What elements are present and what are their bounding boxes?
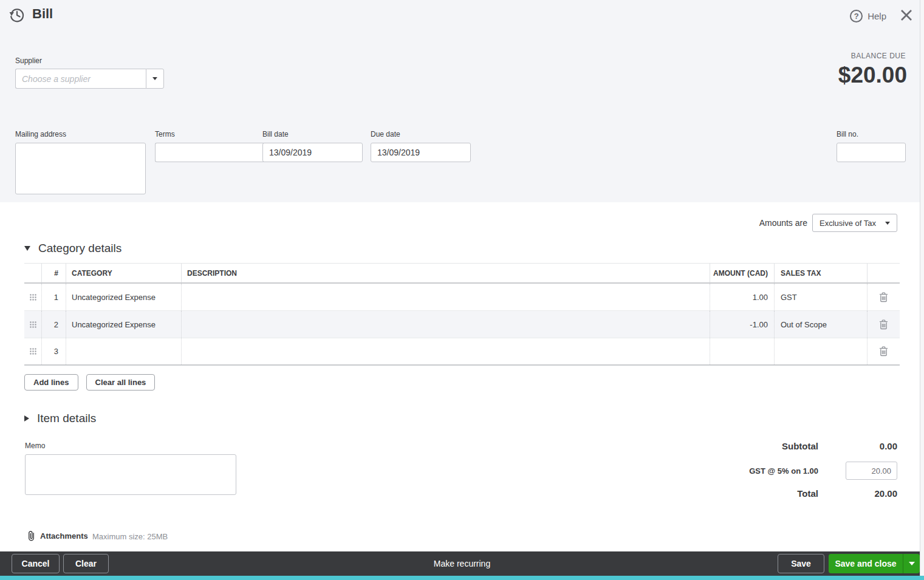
save-options-dropdown[interactable] <box>903 554 920 573</box>
terms-input[interactable] <box>155 143 278 162</box>
item-details-toggle[interactable]: Item details <box>24 412 96 425</box>
progress-bar <box>0 576 924 580</box>
recent-transactions-icon[interactable] <box>9 7 26 26</box>
balance-due-label: BALANCE DUE <box>851 52 906 60</box>
collapse-arrow-icon <box>24 246 30 251</box>
supplier-dropdown-button[interactable] <box>146 69 164 89</box>
expand-arrow-icon <box>24 415 29 421</box>
column-header-salestax: SALES TAX <box>774 264 867 282</box>
row-description[interactable] <box>181 311 710 338</box>
row-category[interactable]: Uncategorized Expense <box>66 311 181 338</box>
page-title: Bill <box>32 6 53 22</box>
memo-field[interactable] <box>25 454 236 495</box>
bill-no-label: Bill no. <box>837 130 858 138</box>
row-number: 1 <box>41 284 66 310</box>
balance-due-amount: $20.00 <box>838 63 907 88</box>
column-header-num: # <box>41 264 66 282</box>
attachments-size-hint: Maximum size: 25MB <box>92 532 168 541</box>
item-details-title: Item details <box>37 412 96 425</box>
add-lines-button[interactable]: Add lines <box>24 374 78 391</box>
table-row[interactable]: 2 Uncategorized Expense -1.00 Out of Sco… <box>24 311 900 338</box>
total-label: Total <box>797 488 818 499</box>
supplier-combobox <box>15 69 164 89</box>
row-number: 3 <box>41 338 66 364</box>
amounts-are-select[interactable]: Exclusive of Tax <box>812 214 897 232</box>
trash-icon[interactable] <box>879 319 888 330</box>
row-amount[interactable]: 1.00 <box>710 284 774 310</box>
bill-no-input[interactable] <box>837 143 906 162</box>
table-row[interactable]: 1 Uncategorized Expense 1.00 GST <box>24 284 900 311</box>
cancel-button[interactable]: Cancel <box>12 554 60 573</box>
memo-label: Memo <box>25 442 45 450</box>
help-icon[interactable]: ? <box>850 10 863 22</box>
amounts-are-row: Amounts are Exclusive of Tax <box>759 214 897 232</box>
row-amount[interactable]: -1.00 <box>710 311 774 338</box>
bill-date-input[interactable] <box>262 143 363 162</box>
column-header-category: CATEGORY <box>66 264 181 282</box>
attachments-button[interactable]: Attachments <box>27 530 88 541</box>
save-and-close-label: Save and close <box>829 559 903 568</box>
supplier-label: Supplier <box>15 56 42 65</box>
help-link[interactable]: Help <box>868 11 886 21</box>
chevron-down-icon <box>885 222 890 225</box>
category-details-toggle[interactable]: Category details <box>24 242 121 255</box>
amounts-are-value: Exclusive of Tax <box>820 219 876 228</box>
row-salestax[interactable]: GST <box>774 284 867 310</box>
subtotal-label: Subtotal <box>782 441 818 451</box>
tax-amount-input[interactable] <box>846 462 897 480</box>
category-details-title: Category details <box>38 242 121 255</box>
column-header-amount: AMOUNT (CAD) <box>710 264 774 282</box>
drag-handle-icon[interactable] <box>29 347 37 355</box>
row-description[interactable] <box>181 284 710 310</box>
drag-handle-icon[interactable] <box>29 293 37 301</box>
attachments-label: Attachments <box>40 531 88 541</box>
due-date-label: Due date <box>371 130 400 138</box>
make-recurring-button[interactable]: Make recurring <box>434 551 490 576</box>
table-row[interactable]: 3 <box>24 338 900 366</box>
table-header-row: # CATEGORY DESCRIPTION AMOUNT (CAD) SALE… <box>24 263 900 284</box>
clear-button[interactable]: Clear <box>63 554 109 573</box>
footer-bar: Cancel Clear Make recurring Save Save an… <box>0 551 924 576</box>
subtotal-value: 0.00 <box>818 441 897 451</box>
amounts-are-label: Amounts are <box>759 218 807 228</box>
close-icon[interactable] <box>900 9 913 24</box>
row-category[interactable] <box>66 338 181 364</box>
bill-date-label: Bill date <box>262 130 289 138</box>
paperclip-icon <box>27 530 35 541</box>
terms-combobox <box>155 143 255 162</box>
drag-handle-icon[interactable] <box>29 321 37 329</box>
column-header-description: DESCRIPTION <box>181 264 710 282</box>
tax-line-label: GST @ 5% on 1.00 <box>749 466 818 476</box>
chevron-down-icon <box>152 77 157 80</box>
save-button[interactable]: Save <box>778 554 824 573</box>
trash-icon[interactable] <box>879 346 888 357</box>
row-salestax[interactable]: Out of Scope <box>774 311 867 338</box>
category-details-table: # CATEGORY DESCRIPTION AMOUNT (CAD) SALE… <box>24 263 900 366</box>
row-description[interactable] <box>181 338 710 364</box>
row-category[interactable]: Uncategorized Expense <box>66 284 181 310</box>
bill-header-section: Bill ? Help Supplier BALANCE DUE $20.00 … <box>0 0 924 202</box>
row-number: 2 <box>41 311 66 338</box>
table-actions: Add lines Clear all lines <box>24 374 155 391</box>
bill-window: Bill ? Help Supplier BALANCE DUE $20.00 … <box>0 0 924 580</box>
total-value: 20.00 <box>818 488 897 499</box>
clear-all-lines-button[interactable]: Clear all lines <box>86 374 156 391</box>
save-and-close-button[interactable]: Save and close <box>829 554 920 573</box>
terms-label: Terms <box>155 130 175 138</box>
trash-icon[interactable] <box>879 292 888 302</box>
mailing-address-field[interactable] <box>15 143 146 194</box>
row-salestax[interactable] <box>774 338 867 364</box>
scrollbar[interactable] <box>920 0 924 576</box>
supplier-input[interactable] <box>15 69 146 89</box>
row-amount[interactable] <box>710 338 774 364</box>
due-date-input[interactable] <box>371 143 471 162</box>
chevron-down-icon <box>909 562 915 565</box>
totals-panel: Subtotal 0.00 GST @ 5% on 1.00 Total 20.… <box>642 441 897 499</box>
mailing-address-label: Mailing address <box>15 130 66 138</box>
